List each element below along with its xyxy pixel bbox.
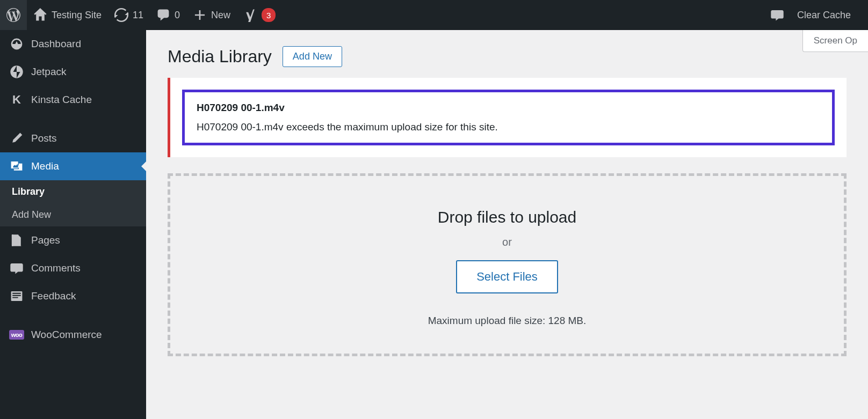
sidebar-kinsta[interactable]: K Kinsta Cache [0,86,146,114]
dashboard-label: Dashboard [31,38,81,50]
svg-point-1 [12,163,14,165]
sidebar-pages[interactable]: Pages [0,226,146,254]
upload-or: or [192,236,822,248]
sidebar-woocommerce[interactable]: woo WooCommerce [0,321,146,349]
wordpress-logo[interactable] [0,0,27,30]
comment-icon [156,8,170,22]
jetpack-icon [10,65,24,79]
home-icon [33,8,47,22]
select-files-button[interactable]: Select Files [456,260,558,293]
updates-count: 11 [133,10,143,21]
new-content[interactable]: New [186,0,237,30]
comments-label: Comments [31,262,81,274]
admin-bar-right: Clear Cache [764,0,868,30]
sidebar-dashboard[interactable]: Dashboard [0,30,146,58]
yoast-badge: 3 [262,8,276,22]
admin-sidebar: Dashboard Jetpack K Kinsta Cache Posts M… [0,30,146,356]
svg-rect-2 [11,291,23,301]
comments[interactable]: 0 [150,0,186,30]
page-title: Media Library [168,47,272,67]
new-label: New [211,10,230,21]
site-home[interactable]: Testing Site [27,0,108,30]
error-highlight: H070209 00-1.m4v H070209 00-1.m4v exceed… [182,90,835,145]
pages-icon [10,233,24,247]
jetpack-label: Jetpack [31,66,66,78]
upload-error-notice: H070209 00-1.m4v H070209 00-1.m4v exceed… [168,78,847,157]
woocommerce-icon: woo [10,328,24,342]
media-label: Media [31,160,59,172]
screen-options-tab[interactable]: Screen Op [802,30,868,52]
posts-icon [10,131,24,145]
wordpress-logo-icon [6,8,20,22]
posts-label: Posts [31,133,57,144]
yoast[interactable]: 3 [237,0,282,30]
menu-separator [0,310,146,321]
dashboard-icon [10,37,24,51]
sidebar-comments[interactable]: Comments [0,254,146,282]
upload-dropzone[interactable]: Drop files to upload or Select Files Max… [168,173,847,356]
pages-label: Pages [31,234,60,246]
page-header: Media Library Add New [146,30,868,78]
clear-cache[interactable]: Clear Cache [791,0,857,30]
clear-cache-label: Clear Cache [797,10,851,21]
yoast-icon [243,8,257,22]
upload-limit: Maximum upload file size: 128 MB. [192,315,822,327]
menu-separator [0,114,146,124]
error-filename: H070209 00-1.m4v [197,102,820,114]
sidebar-media[interactable]: Media [0,152,146,180]
kinsta-label: Kinsta Cache [31,94,92,106]
main-content: Screen Op Media Library Add New H070209 … [146,30,868,356]
admin-bar-left: Testing Site 11 0 New 3 [0,0,282,30]
plus-icon [193,8,207,22]
updates-icon [114,8,128,22]
feedback-label: Feedback [31,290,76,302]
media-icon [10,159,24,173]
comments-count: 0 [175,10,180,21]
sidebar-posts[interactable]: Posts [0,124,146,152]
updates[interactable]: 11 [108,0,150,30]
notification-icon [770,8,784,22]
site-name: Testing Site [52,10,102,21]
feedback-icon [10,289,24,303]
add-new-button[interactable]: Add New [283,46,342,67]
sidebar-feedback[interactable]: Feedback [0,282,146,310]
notifications[interactable] [764,0,791,30]
upload-title: Drop files to upload [192,208,822,226]
media-submenu: Library Add New [0,180,146,226]
kinsta-icon: K [10,93,24,107]
comments-sidebar-icon [10,261,24,275]
submenu-add-new[interactable]: Add New [0,203,146,226]
submenu-library[interactable]: Library [0,180,146,203]
woocommerce-label: WooCommerce [31,329,102,341]
admin-bar: Testing Site 11 0 New 3 Clear Cache [0,0,868,30]
sidebar-jetpack[interactable]: Jetpack [0,58,146,86]
error-message: H070209 00-1.m4v exceeds the maximum upl… [197,121,820,133]
